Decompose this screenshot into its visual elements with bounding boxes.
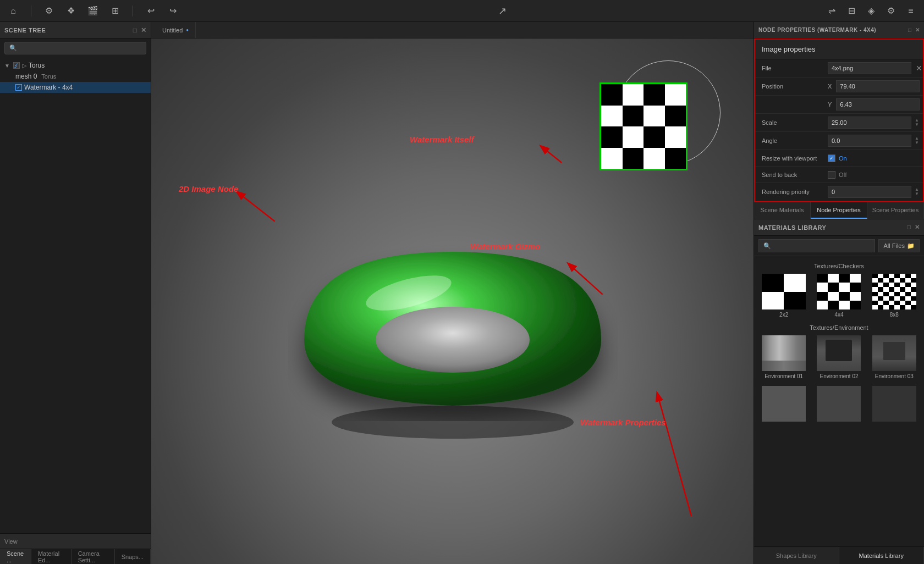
right-panel-close-icon[interactable]: ✕ xyxy=(915,27,920,33)
tab-snaps[interactable]: Snaps... xyxy=(115,549,151,564)
clear-file-icon[interactable]: ✕ xyxy=(916,64,922,73)
scene-tree-search-input[interactable] xyxy=(20,45,141,52)
mat-item-8x8[interactable]: 8x8 xyxy=(869,274,920,318)
svg-line-5 xyxy=(541,146,562,163)
mat-library-close-icon[interactable]: ✕ xyxy=(915,224,920,231)
torus-group-checkbox[interactable]: ✓ xyxy=(13,62,20,69)
mat-filter-dropdown[interactable]: All Files 📁 xyxy=(878,239,920,252)
mat-search-wrapper: 🔍 xyxy=(758,239,875,252)
mat-item-2x2[interactable]: 2x2 xyxy=(758,274,809,318)
redo-icon[interactable]: ↪ xyxy=(166,4,179,18)
undo-icon[interactable]: ↩ xyxy=(144,4,157,18)
tab-material-ed[interactable]: Material Ed... xyxy=(31,549,72,564)
search-icon: 🔍 xyxy=(9,45,17,52)
viewport-tab-label: Untitled xyxy=(162,27,183,34)
prop-row-priority: Rendering priority ▲ ▼ xyxy=(755,183,923,201)
bottom-tabs: Scene ... Material Ed... Camera Setti...… xyxy=(0,549,151,564)
video-icon[interactable]: 🎬 xyxy=(86,4,100,18)
annotation-watermark-gizmo: Watermark Gizmo xyxy=(470,242,540,251)
mat-thumb-env01 xyxy=(762,335,806,371)
position-y-input[interactable] xyxy=(836,98,920,110)
tab-shapes-library[interactable]: Shapes Library xyxy=(754,547,839,564)
prop-value-scale: ▲ ▼ xyxy=(828,117,919,129)
tab-scene[interactable]: Scene ... xyxy=(0,549,31,564)
sendback-checkbox[interactable] xyxy=(828,171,835,179)
settings2-icon[interactable]: ⚙ xyxy=(884,4,898,18)
mat-item-extra3[interactable] xyxy=(869,386,920,424)
watermark-image[interactable] xyxy=(600,82,688,170)
svg-line-4 xyxy=(237,192,274,221)
resize-checkbox[interactable]: ✓ xyxy=(828,154,835,162)
mat-thumb-env03 xyxy=(872,335,916,371)
mat-label-env03: Environment 03 xyxy=(875,373,914,379)
more-icon[interactable]: ≡ xyxy=(904,4,917,18)
viewport: Untitled ● xyxy=(151,22,754,564)
mat-item-env02[interactable]: Environment 02 xyxy=(813,335,864,379)
angle-arrows: ▲ ▼ xyxy=(915,136,919,145)
prop-value-pos-x: X ▲ ▼ xyxy=(828,80,924,92)
mat-label-env01: Environment 01 xyxy=(765,373,803,379)
top-toolbar: ⌂ ⚙ ❖ 🎬 ⊞ ↩ ↪ ↗ ⇌ ⊟ ◈ ⚙ ≡ xyxy=(0,0,924,22)
tab-camera-settings[interactable]: Camera Setti... xyxy=(72,549,115,564)
close-panel-icon[interactable]: ✕ xyxy=(141,26,147,34)
mat-item-4x4[interactable]: 4x4 xyxy=(813,274,864,318)
viewport-canvas[interactable]: 2D Image Node Watermark Itself Watermark… xyxy=(151,38,754,564)
angle-down-icon[interactable]: ▼ xyxy=(915,141,919,145)
mat-item-env03[interactable]: Environment 03 xyxy=(869,335,920,379)
scene-tree-header: SCENE TREE □ ✕ xyxy=(0,22,151,38)
layers-icon[interactable]: ❖ xyxy=(64,4,78,18)
sendback-off-label: Off xyxy=(839,172,846,178)
resize-on-label: On xyxy=(839,155,847,162)
left-panel: SCENE TREE □ ✕ 🔍 ▼ ✓ ▷ Torus mesh 0 xyxy=(0,22,151,564)
file-input[interactable] xyxy=(828,62,911,74)
prop-row-file: File ✕ xyxy=(755,59,923,78)
checker-8x8-grid xyxy=(872,274,916,309)
mat-filter-folder-icon: 📁 xyxy=(907,242,915,250)
mat-item-env01[interactable]: Environment 01 xyxy=(758,335,809,379)
camera-switch-icon[interactable]: ⇌ xyxy=(825,4,838,18)
mat-thumb-2x2 xyxy=(762,274,806,309)
watermark-label: Watermark - 4x4 xyxy=(24,84,73,91)
mat-thumb-extra1 xyxy=(762,386,806,422)
tab-scene-materials[interactable]: Scene Materials xyxy=(754,202,811,219)
scale-down-icon[interactable]: ▼ xyxy=(915,123,919,127)
window-icon[interactable]: ⊞ xyxy=(108,4,122,18)
prop-value-priority: ▲ ▼ xyxy=(828,186,919,198)
tab-scene-properties[interactable]: Scene Properties xyxy=(867,202,924,219)
tab-dot: ● xyxy=(186,27,189,32)
settings-icon[interactable]: ⚙ xyxy=(42,4,56,18)
mat-label-env02: Environment 02 xyxy=(820,373,858,379)
prop-value-sendback: Off xyxy=(828,171,916,179)
annotation-watermark-itself: Watermark Itself xyxy=(410,135,474,144)
torus-wrapper xyxy=(288,164,618,439)
torus-scene: 2D Image Node Watermark Itself Watermark… xyxy=(151,38,754,564)
share-icon[interactable]: ↗ xyxy=(496,4,509,18)
priority-down-icon[interactable]: ▼ xyxy=(915,192,919,196)
home-icon[interactable]: ⌂ xyxy=(7,4,20,18)
tree-item-watermark[interactable]: ✓ Watermark - 4x4 xyxy=(0,82,151,93)
render-icon[interactable]: ◈ xyxy=(865,4,878,18)
tree-item-torus-group[interactable]: ▼ ✓ ▷ Torus xyxy=(0,60,151,71)
grid-icon[interactable]: ⊟ xyxy=(845,4,858,18)
prop-label-position: Position xyxy=(762,83,828,90)
mat-item-extra2[interactable] xyxy=(813,386,864,424)
right-panel-maximize-icon[interactable]: □ xyxy=(908,27,912,33)
tree-item-mesh0[interactable]: mesh 0 Torus xyxy=(0,71,151,82)
mat-library-maximize-icon[interactable]: □ xyxy=(907,224,911,231)
tab-node-properties[interactable]: Node Properties xyxy=(811,202,867,219)
mat-label-8x8: 8x8 xyxy=(890,312,899,318)
viewport-tab-untitled[interactable]: Untitled ● xyxy=(156,22,196,38)
mat-search-input[interactable] xyxy=(774,242,870,249)
tab-materials-library[interactable]: Materials Library xyxy=(839,547,925,564)
mat-item-extra1[interactable] xyxy=(758,386,809,424)
annotation-2d-image-node: 2D Image Node xyxy=(179,184,238,193)
mesh0-label: mesh 0 xyxy=(15,73,37,80)
maximize-icon[interactable]: □ xyxy=(133,26,138,34)
toolbar-right: ⇌ ⊟ ◈ ⚙ ≡ xyxy=(825,4,917,18)
watermark-checkbox[interactable]: ✓ xyxy=(15,84,22,91)
priority-input[interactable] xyxy=(828,186,911,198)
position-x-input[interactable] xyxy=(836,80,920,92)
scale-input[interactable] xyxy=(828,117,911,129)
angle-input[interactable] xyxy=(828,135,911,147)
mat-search-bar: 🔍 All Files 📁 xyxy=(754,236,924,256)
